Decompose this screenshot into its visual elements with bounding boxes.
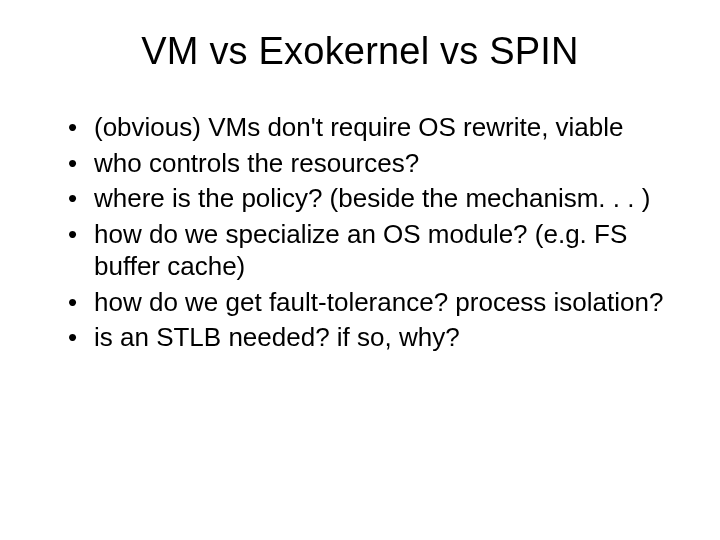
list-item: where is the policy? (beside the mechani… xyxy=(68,182,680,215)
list-item: (obvious) VMs don't require OS rewrite, … xyxy=(68,111,680,144)
slide-container: VM vs Exokernel vs SPIN (obvious) VMs do… xyxy=(0,0,720,540)
list-item: how do we specialize an OS module? (e.g.… xyxy=(68,218,680,283)
slide-title: VM vs Exokernel vs SPIN xyxy=(40,30,680,73)
bullet-list: (obvious) VMs don't require OS rewrite, … xyxy=(40,111,680,354)
list-item: who controls the resources? xyxy=(68,147,680,180)
list-item: how do we get fault-tolerance? process i… xyxy=(68,286,680,319)
list-item: is an STLB needed? if so, why? xyxy=(68,321,680,354)
